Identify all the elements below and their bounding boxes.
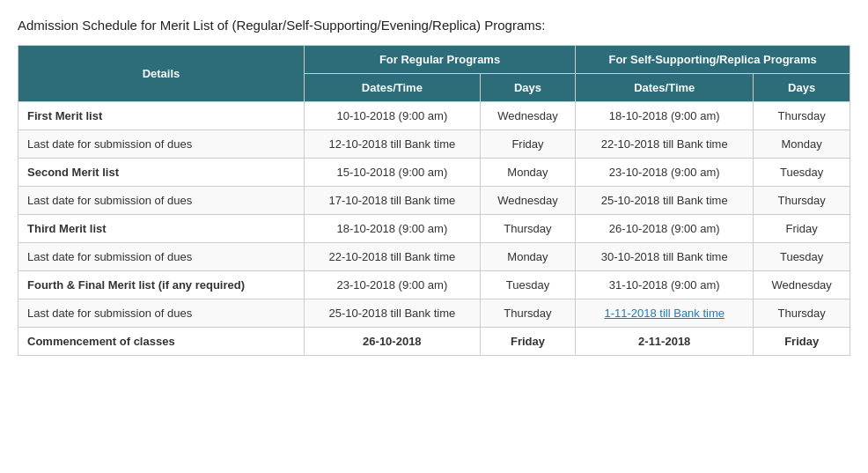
table-row-day2: Thursday — [754, 299, 850, 328]
table-row-day1: Thursday — [480, 299, 575, 328]
col-dates-time-2: Dates/Time — [576, 74, 754, 102]
table-row-details: Last date for submission of dues — [18, 299, 305, 328]
page-title: Admission Schedule for Merit List of (Re… — [18, 18, 850, 33]
table-row-date1: 23-10-2018 (9:00 am) — [304, 271, 480, 299]
table-row-date1: 18-10-2018 (9:00 am) — [304, 215, 480, 243]
table-row-details: Second Merit list — [18, 159, 305, 187]
table-row-date2: 26-10-2018 (9:00 am) — [576, 215, 754, 243]
col-days-1: Days — [480, 74, 575, 102]
col-regular-programs: For Regular Programs — [304, 46, 575, 74]
table-row-day1: Friday — [480, 328, 575, 356]
table-row-date1: 15-10-2018 (9:00 am) — [304, 159, 480, 187]
table-row-day1: Tuesday — [480, 271, 575, 299]
table-row-day2: Thursday — [754, 102, 850, 130]
table-row-date2: 31-10-2018 (9:00 am) — [576, 271, 754, 299]
table-row-date2: 18-10-2018 (9:00 am) — [576, 102, 754, 130]
table-row-day2: Monday — [754, 130, 850, 159]
table-row-date2[interactable]: 1-11-2018 till Bank time — [576, 299, 754, 328]
table-row-date1: 10-10-2018 (9:00 am) — [304, 102, 480, 130]
table-row-day1: Wednesday — [480, 102, 575, 130]
date-link[interactable]: 1-11-2018 till Bank time — [604, 307, 725, 320]
table-row-day2: Thursday — [754, 187, 850, 215]
table-row-day1: Monday — [480, 159, 575, 187]
table-row-date1: 25-10-2018 till Bank time — [304, 299, 480, 328]
table-row-date1: 22-10-2018 till Bank time — [304, 243, 480, 271]
table-row-day2: Friday — [754, 328, 850, 356]
table-row-date2: 2-11-2018 — [576, 328, 754, 356]
table-row-details: Last date for submission of dues — [18, 130, 305, 159]
table-row-day2: Tuesday — [754, 243, 850, 271]
table-row-details: Last date for submission of dues — [18, 243, 305, 271]
table-row-day2: Friday — [754, 215, 850, 243]
col-dates-time-1: Dates/Time — [304, 74, 480, 102]
table-row-details: Fourth & Final Merit list (if any requir… — [18, 271, 305, 299]
table-row-date2: 23-10-2018 (9:00 am) — [576, 159, 754, 187]
table-row-date1: 12-10-2018 till Bank time — [304, 130, 480, 159]
table-row-date2: 22-10-2018 till Bank time — [576, 130, 754, 159]
table-row-details: Third Merit list — [18, 215, 305, 243]
col-days-2: Days — [754, 74, 850, 102]
table-row-day1: Wednesday — [480, 187, 575, 215]
table-row-day1: Monday — [480, 243, 575, 271]
table-row-day1: Friday — [480, 130, 575, 159]
table-row-details: Last date for submission of dues — [18, 187, 305, 215]
table-row-date2: 30-10-2018 till Bank time — [576, 243, 754, 271]
table-row-date2: 25-10-2018 till Bank time — [576, 187, 754, 215]
admission-schedule-table: Details For Regular Programs For Self-Su… — [18, 45, 850, 356]
table-row-day1: Thursday — [480, 215, 575, 243]
table-row-date1: 26-10-2018 — [304, 328, 480, 356]
table-row-details: Commencement of classes — [18, 328, 305, 356]
table-row-date1: 17-10-2018 till Bank time — [304, 187, 480, 215]
table-row-day2: Tuesday — [754, 159, 850, 187]
col-details: Details — [18, 46, 305, 102]
col-self-supporting-programs: For Self-Supporting/Replica Programs — [576, 46, 850, 74]
table-row-details: First Merit list — [18, 102, 305, 130]
table-row-day2: Wednesday — [754, 271, 850, 299]
